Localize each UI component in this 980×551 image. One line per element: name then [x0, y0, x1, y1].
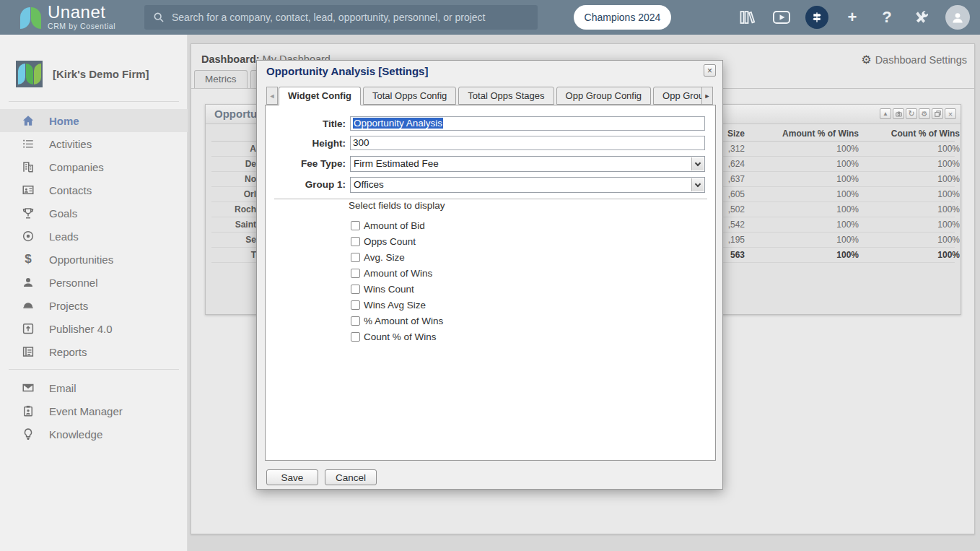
chevron-down-icon[interactable]: [691, 157, 704, 170]
dashboard-settings-button[interactable]: ⚙ Dashboard Settings: [861, 53, 967, 66]
signpost-icon[interactable]: [805, 6, 828, 29]
unanet-logo[interactable]: Unanet CRM by Cosential: [20, 4, 115, 30]
cancel-button[interactable]: Cancel: [325, 469, 377, 485]
widget-close-button[interactable]: ×: [945, 108, 956, 119]
firm-logo-icon: [16, 61, 43, 87]
title-field-label: Title:: [273, 116, 346, 131]
sidebar-item-contacts[interactable]: Contacts: [0, 178, 188, 201]
height-input[interactable]: 300: [350, 136, 705, 150]
tab-widget-config[interactable]: Widget Config: [279, 87, 361, 105]
checkbox-wins-count[interactable]: Wins Count: [351, 283, 414, 295]
global-search-input[interactable]: [144, 5, 538, 30]
personnel-icon: [20, 276, 36, 289]
contacts-icon: [20, 183, 36, 196]
tab-total-opps-config[interactable]: Total Opps Config: [363, 87, 456, 105]
checkbox-icon[interactable]: [351, 269, 360, 278]
sidebar-item-publisher[interactable]: Publisher 4.0: [0, 317, 188, 340]
checkbox-icon[interactable]: [351, 332, 360, 342]
brand-name: Unanet: [48, 4, 115, 21]
checkbox-icon[interactable]: [351, 221, 360, 230]
tab-total-opps-stages[interactable]: Total Opps Stages: [458, 87, 554, 105]
sidebar-item-knowledge[interactable]: Knowledge: [0, 422, 188, 446]
champions-2024-button[interactable]: Champions 2024: [574, 5, 671, 30]
projects-icon: [20, 299, 36, 312]
widget-collapse-button[interactable]: ▲: [880, 108, 891, 119]
user-avatar[interactable]: [945, 5, 970, 30]
sidebar-item-opportunities[interactable]: $ Opportunities: [0, 248, 188, 271]
checkbox-pct-amount-of-wins[interactable]: % Amount of Wins: [351, 315, 443, 326]
group1-select[interactable]: Offices: [350, 177, 705, 193]
widget-settings-button[interactable]: ⚙: [919, 108, 930, 119]
home-icon: [20, 114, 36, 127]
sidebar-item-home[interactable]: Home: [0, 109, 188, 132]
sidebar-item-companies[interactable]: Companies: [0, 155, 188, 178]
sidebar-item-email[interactable]: Email: [0, 376, 188, 399]
widget-refresh-button[interactable]: ↻: [906, 108, 917, 119]
modal-title: Opportunity Analysis [Settings]: [266, 65, 428, 77]
checkbox-amount-of-bid[interactable]: Amount of Bid: [351, 220, 425, 231]
tab-scroll-left-icon[interactable]: ◄: [266, 87, 278, 105]
help-icon[interactable]: ?: [876, 6, 898, 28]
tab-opp-group-clipped[interactable]: Opp Grou: [653, 87, 701, 105]
tab-metrics[interactable]: Metrics: [194, 70, 248, 88]
checkbox-icon[interactable]: [351, 316, 360, 326]
form-divider: [274, 199, 707, 199]
dashboard-label: Dashboard:: [201, 53, 260, 65]
checkbox-icon[interactable]: [351, 285, 360, 294]
checkbox-amount-of-wins[interactable]: Amount of Wins: [351, 267, 432, 279]
widget-title: Opportur: [214, 108, 258, 120]
group1-field-label: Group 1:: [273, 177, 346, 192]
video-icon[interactable]: [771, 6, 792, 28]
modal-content: Title: Opportunity Analysis Height: 300 …: [265, 105, 716, 461]
col-count: Count % of Wins: [862, 126, 960, 142]
checkbox-wins-avg-size[interactable]: Wins Avg Size: [351, 299, 426, 311]
sidebar-item-label: Home: [49, 115, 79, 127]
tools-icon[interactable]: [911, 6, 932, 28]
checkbox-icon[interactable]: [351, 253, 360, 262]
checkbox-opps-count[interactable]: Opps Count: [351, 235, 416, 247]
sidebar-item-leads[interactable]: Leads: [0, 225, 188, 248]
modal-tabstrip: ◄ Widget Config Total Opps Config Total …: [266, 87, 714, 105]
sidebar-item-activities[interactable]: Activities: [0, 132, 188, 155]
close-icon[interactable]: ×: [704, 64, 716, 77]
leads-icon: [20, 230, 36, 243]
sidebar-item-personnel[interactable]: Personnel: [0, 271, 188, 294]
save-button[interactable]: Save: [266, 469, 318, 485]
tab-opp-group-config[interactable]: Opp Group Config: [556, 87, 652, 105]
plus-icon[interactable]: +: [841, 6, 863, 28]
widget-snapshot-button[interactable]: [893, 108, 904, 119]
sidebar-item-label: Publisher 4.0: [49, 323, 113, 335]
publisher-icon: [20, 322, 36, 335]
checkbox-icon[interactable]: [351, 300, 360, 310]
checkbox-icon[interactable]: [351, 237, 360, 246]
sidebar-item-label: Contacts: [49, 184, 92, 196]
sidebar-item-projects[interactable]: Projects: [0, 294, 188, 317]
sidebar-item-label: Leads: [49, 230, 79, 243]
widget-popout-button[interactable]: [932, 108, 943, 119]
chevron-down-icon[interactable]: [691, 178, 704, 191]
tab-scroll-right-icon[interactable]: ►: [701, 87, 713, 105]
sidebar-item-label: Email: [49, 382, 76, 394]
search-icon: [153, 12, 165, 23]
email-icon: [20, 381, 36, 394]
sidebar-item-goals[interactable]: Goals: [0, 201, 188, 225]
sidebar-item-reports[interactable]: Reports: [0, 340, 188, 363]
sidebar-item-label: Goals: [49, 207, 77, 220]
gear-icon: ⚙: [861, 53, 871, 66]
title-input[interactable]: Opportunity Analysis: [350, 116, 705, 131]
fee-type-value: Firm Estimated Fee: [354, 158, 439, 169]
fields-heading: Select fields to display: [349, 200, 445, 211]
sidebar-divider: [9, 369, 179, 370]
library-icon[interactable]: [736, 6, 758, 28]
activities-icon: [20, 137, 36, 150]
sidebar-item-event-manager[interactable]: Event Manager: [0, 399, 188, 422]
group1-value: Offices: [354, 179, 384, 190]
height-field-label: Height:: [273, 136, 346, 151]
knowledge-icon: [20, 428, 36, 441]
sidebar: [Kirk's Demo Firm] Home Activities Compa…: [0, 35, 188, 551]
sidebar-item-label: Activities: [49, 138, 92, 150]
sidebar-item-label: Reports: [49, 346, 87, 358]
fee-type-select[interactable]: Firm Estimated Fee: [350, 156, 705, 172]
checkbox-avg-size[interactable]: Avg. Size: [351, 251, 405, 263]
checkbox-count-pct-of-wins[interactable]: Count % of Wins: [351, 331, 437, 342]
